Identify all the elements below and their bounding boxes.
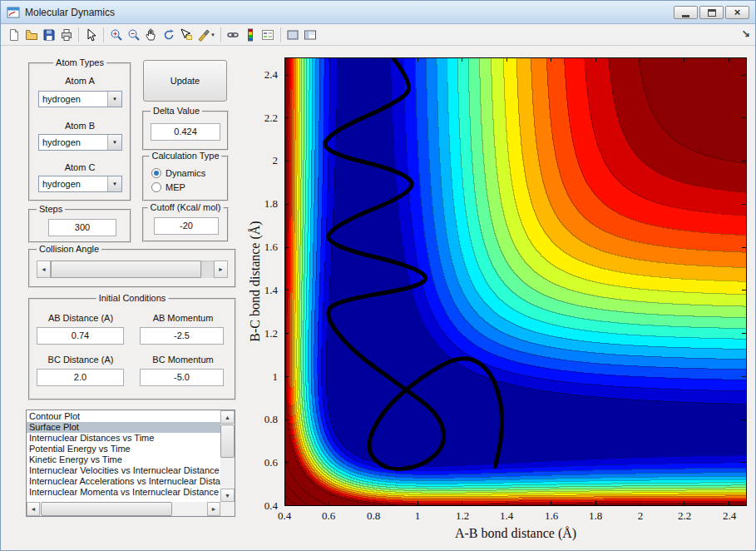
slider-thumb[interactable] — [51, 261, 201, 278]
insert-colorbar-icon[interactable] — [242, 26, 259, 43]
scroll-left-arrow[interactable]: ◄ — [27, 502, 40, 516]
plot-type-item[interactable]: Contour Plot — [27, 411, 220, 422]
plot-type-item[interactable]: Internuclear Momenta vs Internuclear Dis… — [27, 487, 220, 498]
plot-type-list: Contour Plot Surface Plot Internuclear D… — [27, 411, 220, 503]
pan-hand-icon[interactable] — [142, 26, 160, 43]
dynamics-radio[interactable] — [151, 168, 161, 178]
horizontal-scrollbar[interactable]: ◄ ► — [27, 502, 220, 516]
x-tick-label: 0.6 — [322, 509, 335, 523]
cutoff-field[interactable]: -20 — [154, 217, 219, 235]
figure-app-icon — [7, 6, 20, 19]
dynamics-radio-label[interactable]: Dynamics — [166, 168, 205, 178]
toolbar-separator — [103, 27, 104, 42]
scroll-thumb[interactable] — [220, 424, 235, 458]
x-tick-label: 1.8 — [589, 509, 602, 523]
hide-plot-tools-icon[interactable] — [284, 26, 302, 43]
plot-type-listbox[interactable]: Contour Plot Surface Plot Internuclear D… — [26, 410, 235, 517]
collision-angle-panel: Collision Angle ◄ ► — [28, 249, 236, 288]
plot-type-item[interactable]: Internuclear Velocities vs Internuclear … — [27, 465, 220, 476]
y-tick-label: 0.4 — [264, 499, 278, 513]
chevron-down-icon[interactable]: ▼ — [107, 176, 121, 191]
plot-type-item[interactable]: Kinetic Energy vs Time — [27, 454, 220, 465]
x-tick-label: 1 — [415, 509, 421, 523]
pes-plot-canvas[interactable] — [284, 57, 747, 506]
slider-right-arrow[interactable]: ► — [214, 261, 228, 278]
scroll-down-arrow[interactable]: ▼ — [220, 489, 235, 502]
atom-b-select[interactable]: hydrogen ▼ — [38, 134, 122, 151]
figure-toolbar: ▼ ↘ — [1, 24, 755, 46]
bc-distance-field[interactable]: 2.0 — [37, 369, 124, 386]
steps-field[interactable]: 300 — [48, 219, 116, 236]
ab-distance-field[interactable]: 0.74 — [37, 327, 124, 345]
zoom-in-icon[interactable] — [107, 26, 125, 43]
panel-title: Calculation Type — [149, 151, 221, 161]
data-cursor-icon[interactable] — [177, 26, 195, 43]
plot-type-item[interactable]: Internuclear Distances vs Time — [27, 433, 220, 444]
insert-legend-icon[interactable] — [259, 26, 277, 43]
close-button[interactable]: × — [725, 6, 749, 19]
x-tick-label: 1.2 — [456, 509, 469, 523]
panel-title: Atom Types — [53, 57, 106, 67]
ab-momentum-field[interactable]: -2.5 — [140, 327, 224, 345]
panel-title: Collision Angle — [37, 244, 101, 254]
figure-window: Molecular Dynamics × — [0, 0, 756, 551]
collision-angle-slider[interactable]: ◄ ► — [37, 261, 228, 278]
close-icon: × — [734, 7, 741, 17]
slider-left-arrow[interactable]: ◄ — [37, 261, 51, 278]
vertical-scrollbar[interactable]: ▲ ▼ — [220, 410, 235, 502]
scroll-thumb[interactable] — [41, 502, 172, 516]
panel-title: Delta Value — [151, 106, 202, 116]
panel-title: Initial Conditions — [96, 293, 169, 303]
save-figure-icon[interactable] — [40, 26, 57, 43]
bc-distance-label: BC Distance (A) — [32, 355, 130, 365]
x-tick-label: 2.4 — [723, 509, 736, 523]
open-file-icon[interactable] — [22, 26, 40, 43]
x-tick-label: 0.4 — [278, 509, 291, 523]
atom-a-value: hydrogen — [42, 94, 81, 104]
plot-type-item[interactable]: Surface Plot — [27, 422, 220, 433]
maximize-button[interactable] — [699, 6, 724, 19]
x-tick-label: 2 — [638, 509, 644, 523]
maximize-icon — [708, 9, 716, 17]
rotate-3d-icon[interactable] — [160, 26, 177, 43]
brush-dropdown-caret[interactable]: ▼ — [210, 32, 215, 37]
mep-radio-label[interactable]: MEP — [166, 182, 185, 192]
scroll-right-arrow[interactable]: ► — [207, 502, 220, 516]
y-axis-label: B-C bond distance (Å) — [248, 221, 263, 341]
ab-distance-label: AB Distance (A) — [32, 313, 130, 323]
plot-type-item[interactable]: Potential Energy vs Time — [27, 444, 220, 454]
y-tick-label: 1.8 — [264, 197, 278, 211]
delta-value-field[interactable]: 0.424 — [151, 123, 220, 141]
dock-figure-icon[interactable]: ↘ — [742, 27, 750, 39]
slider-channel[interactable] — [201, 261, 214, 278]
toolbar-separator — [280, 27, 281, 42]
bc-momentum-label: BC Momentum — [136, 355, 230, 365]
chevron-down-icon[interactable]: ▼ — [107, 135, 121, 150]
title-bar[interactable]: Molecular Dynamics × — [1, 1, 755, 24]
bc-momentum-field[interactable]: -5.0 — [140, 369, 224, 386]
show-plot-tools-icon[interactable] — [302, 26, 319, 43]
atom-c-label: Atom C — [30, 162, 130, 172]
x-tick-label: 1.6 — [545, 509, 558, 523]
print-figure-icon[interactable] — [57, 26, 75, 43]
scroll-up-arrow[interactable]: ▲ — [220, 410, 235, 424]
update-button[interactable]: Update — [143, 60, 227, 102]
new-figure-icon[interactable] — [5, 26, 22, 43]
minimize-button[interactable] — [674, 6, 698, 19]
edit-plot-icon[interactable] — [82, 26, 100, 43]
plot-type-item[interactable]: Internuclear Accelerations vs Internucle… — [27, 476, 220, 487]
zoom-out-icon[interactable] — [125, 26, 142, 43]
atom-c-select[interactable]: hydrogen ▼ — [38, 176, 122, 192]
brush-icon[interactable] — [195, 26, 212, 43]
panel-title: Cutoff (Kcal/ mol) — [148, 202, 224, 212]
atom-a-select[interactable]: hydrogen ▼ — [38, 91, 122, 107]
atom-c-value: hydrogen — [42, 179, 81, 189]
y-tick-label: 0.8 — [264, 413, 278, 426]
link-plot-icon[interactable] — [225, 26, 242, 43]
chevron-down-icon[interactable]: ▼ — [107, 92, 121, 107]
y-tick-label: 1.4 — [264, 284, 278, 297]
mep-radio[interactable] — [151, 182, 161, 192]
panel-title: Steps — [37, 204, 65, 214]
scrollbar-corner — [220, 502, 235, 516]
atom-types-panel: Atom Types Atom A hydrogen ▼ Atom B hydr… — [28, 62, 131, 201]
